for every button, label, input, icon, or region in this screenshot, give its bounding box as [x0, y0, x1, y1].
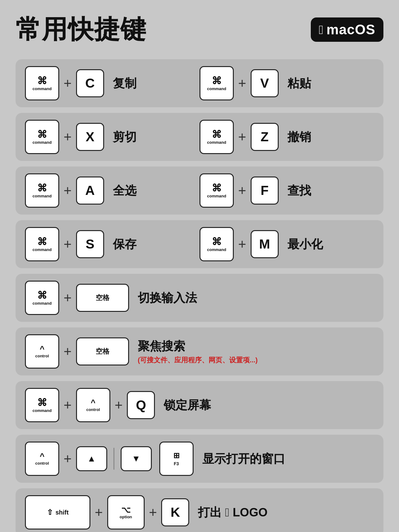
key-control-spotlight: ^ control: [25, 334, 59, 369]
shortcuts-grid: ⌘ command + C 复制 ⌘ command + V 粘贴 ⌘ comm…: [16, 59, 383, 532]
action-selectall: 全选: [113, 183, 137, 199]
action-windows: 显示打开的窗口: [202, 451, 285, 467]
row-cut-undo: ⌘ command + X 剪切 ⌘ command + Z 撤销: [16, 113, 383, 161]
shortcut-copy: ⌘ command + C 复制: [25, 66, 200, 100]
macos-badge:  macOS: [311, 17, 383, 42]
key-option: ⌥ option: [107, 495, 145, 530]
macos-label: macOS: [326, 22, 375, 37]
row-spotlight: ^ control + 空格 聚焦搜索 (可搜文件、应用程序、网页、设置项...…: [16, 327, 383, 375]
shortcut-find: ⌘ command + F 查找: [200, 173, 374, 208]
key-command-paste: ⌘ command: [200, 66, 234, 100]
action-spotlight: 聚焦搜索 (可搜文件、应用程序、网页、设置项...): [138, 338, 258, 365]
action-lock: 锁定屏幕: [164, 397, 211, 413]
key-s: S: [76, 230, 104, 258]
shortcut-spotlight: ^ control + 空格 聚焦搜索 (可搜文件、应用程序、网页、设置项...…: [25, 334, 374, 369]
key-command-lock: ⌘ command: [25, 388, 59, 422]
row-save-minimize: ⌘ command + S 保存 ⌘ command + M 最小化: [16, 220, 383, 268]
key-command-find: ⌘ command: [200, 173, 234, 208]
row-selectall-find: ⌘ command + A 全选 ⌘ command + F 查找: [16, 167, 383, 215]
key-control-windows: ^ control: [25, 442, 59, 476]
key-command-cut: ⌘ command: [25, 120, 59, 154]
key-command-input: ⌘ command: [25, 281, 59, 315]
key-command-undo: ⌘ command: [200, 120, 234, 154]
key-z: Z: [251, 123, 279, 151]
key-command-minimize: ⌘ command: [200, 227, 234, 261]
key-arrow-down: ▼: [121, 446, 152, 471]
shortcut-paste: ⌘ command + V 粘贴: [200, 66, 374, 100]
action-apple-logo: 打出  LOGO: [198, 505, 267, 520]
row-apple-logo: ⇧ shift + ⌥ option + K 打出  LOGO: [16, 488, 383, 532]
row-copy-paste: ⌘ command + C 复制 ⌘ command + V 粘贴: [16, 59, 383, 107]
shortcut-apple-logo: ⇧ shift + ⌥ option + K 打出  LOGO: [25, 495, 374, 530]
shortcut-undo: ⌘ command + Z 撤销: [200, 120, 374, 154]
action-paste: 粘贴: [287, 75, 311, 91]
key-x: X: [76, 123, 104, 151]
shortcut-cut: ⌘ command + X 剪切: [25, 120, 200, 154]
key-m: M: [251, 230, 279, 258]
key-q: Q: [127, 391, 155, 419]
key-v: V: [251, 69, 279, 97]
key-command-selectall: ⌘ command: [25, 173, 59, 208]
row-windows: ^ control + ▲ ▼ ⊞ F3 显示打开的窗口: [16, 435, 383, 483]
key-control-lock: ^ control: [76, 388, 110, 422]
row-lock: ⌘ command + ^ control + Q 锁定屏幕: [16, 381, 383, 429]
shortcut-windows: ^ control + ▲ ▼ ⊞ F3 显示打开的窗口: [25, 442, 374, 476]
header: 常用快捷键  macOS: [16, 12, 383, 47]
apple-icon: : [319, 23, 324, 37]
key-space-spotlight: 空格: [76, 337, 129, 365]
action-copy: 复制: [113, 75, 137, 91]
action-undo: 撤销: [287, 129, 311, 145]
action-minimize: 最小化: [287, 236, 323, 252]
action-cut: 剪切: [113, 129, 137, 145]
shortcut-save: ⌘ command + S 保存: [25, 227, 200, 261]
action-input-switch: 切换输入法: [138, 290, 197, 306]
page-title: 常用快捷键: [16, 12, 147, 47]
key-command-copy: ⌘ command: [25, 66, 59, 100]
key-f3: ⊞ F3: [159, 442, 194, 476]
action-save: 保存: [113, 236, 137, 252]
shortcut-minimize: ⌘ command + M 最小化: [200, 227, 374, 261]
key-a: A: [76, 177, 104, 205]
key-f: F: [251, 177, 279, 205]
key-command-save: ⌘ command: [25, 227, 59, 261]
cmd-symbol: ⌘: [37, 76, 47, 86]
arrow-divider: [113, 448, 114, 470]
shortcut-lock: ⌘ command + ^ control + Q 锁定屏幕: [25, 388, 374, 422]
action-find: 查找: [287, 183, 311, 199]
row-input-switch: ⌘ command + 空格 切换输入法: [16, 274, 383, 322]
key-c: C: [76, 69, 104, 97]
shortcut-input-switch: ⌘ command + 空格 切换输入法: [25, 281, 374, 315]
shortcut-selectall: ⌘ command + A 全选: [25, 173, 200, 208]
spotlight-sub: (可搜文件、应用程序、网页、设置项...): [138, 355, 258, 365]
key-k: K: [161, 498, 189, 526]
key-arrow-up: ▲: [76, 446, 107, 471]
key-shift: ⇧ shift: [25, 495, 90, 530]
key-space-input: 空格: [76, 284, 129, 312]
